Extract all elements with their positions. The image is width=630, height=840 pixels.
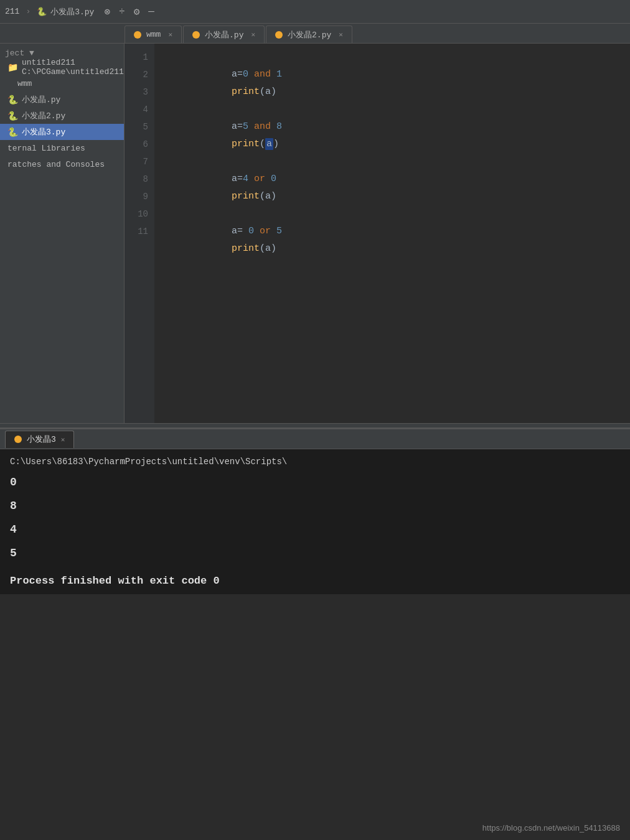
sidebar-item-xfj[interactable]: 🐍 小发晶.py [0, 91, 124, 108]
code-token: 0 [243, 69, 248, 80]
code-token: and [248, 121, 276, 132]
terminal-path: C:\Users\86183\PycharmProjects\untitled\… [10, 457, 620, 467]
terminal-tab-icon [14, 436, 22, 443]
line-num-8: 8 [125, 170, 154, 188]
settings-icon[interactable]: ⚙ [134, 6, 140, 18]
code-content: 1 2 3 4 5 6 7 8 9 10 11 a=0 and 1 [125, 44, 630, 423]
terminal-tab-bar: 小发晶3 ✕ [0, 429, 630, 449]
title-bar-controls: ⊗ ÷ ⚙ — [104, 6, 154, 18]
terminal-output-4: 4 [10, 518, 620, 541]
code-token: print [232, 86, 260, 97]
tab-close-xfj[interactable]: ✕ [251, 30, 255, 39]
python-icon-xfj3: 🐍 [7, 127, 18, 138]
code-token: a [265, 191, 271, 202]
sidebar-item-xfj2[interactable]: 🐍 小发晶2.py [0, 108, 124, 124]
close-icon[interactable]: ⊗ [104, 6, 110, 18]
sidebar-item-untitled211[interactable]: 📁 untitled211 C:\PCGame\untitled211 [0, 59, 124, 75]
code-line-1: a=0 and 1 [164, 49, 620, 66]
ide-section: 211 › 🐍 小发晶3.py ⊗ ÷ ⚙ — wmm ✕ 小发晶.py ✕ 小… [0, 0, 630, 423]
code-token: ) [271, 243, 276, 254]
code-line-4: a=5 and 8 [164, 101, 620, 118]
breadcrumb-number: 211 [5, 7, 19, 16]
terminal-tab-close[interactable]: ✕ [61, 436, 65, 444]
tab-wmm[interactable]: wmm ✕ [125, 26, 182, 43]
line-num-7: 7 [125, 153, 154, 170]
sidebar-item-xfj3[interactable]: 🐍 小发晶3.py [0, 124, 124, 140]
split-icon[interactable]: ÷ [119, 6, 125, 17]
line-num-6: 6 [125, 136, 154, 153]
code-token: ) [271, 86, 276, 97]
code-token [243, 226, 248, 236]
title-bar: 211 › 🐍 小发晶3.py ⊗ ÷ ⚙ — [0, 0, 630, 24]
terminal-tab-xfj3[interactable]: 小发晶3 ✕ [5, 431, 74, 448]
code-token: print [232, 191, 260, 202]
code-token: 0 [271, 174, 276, 184]
code-token: print [232, 139, 260, 149]
sidebar-item-wmm[interactable]: wmm [0, 75, 124, 91]
minimize-icon[interactable]: — [148, 6, 154, 17]
file-icon: 🐍 [37, 7, 47, 17]
line-num-5: 5 [125, 118, 154, 136]
python-icon-xfj2: 🐍 [7, 111, 18, 121]
code-token: = [237, 69, 243, 80]
tab-xfj2[interactable]: 小发晶2.py ✕ [266, 26, 352, 43]
tab-xfj[interactable]: 小发晶.py ✕ [183, 26, 265, 43]
code-token: print [232, 243, 260, 254]
code-token: ( [260, 191, 265, 202]
code-token: a [232, 121, 237, 132]
terminal-body[interactable]: C:\Users\86183\PycharmProjects\untitled\… [0, 449, 630, 594]
tab-label-xfj2: 小发晶2.py [288, 29, 331, 40]
breadcrumb-filename: 小发晶3.py [50, 6, 94, 17]
title-bar-left: 211 › 🐍 小发晶3.py [5, 6, 94, 17]
sidebar-label-xfj3: 小发晶3.py [22, 126, 65, 138]
tab-close-wmm[interactable]: ✕ [168, 30, 172, 39]
project-label[interactable]: ject ▼ [0, 46, 124, 59]
code-token: a [265, 138, 273, 150]
code-token: ( [260, 139, 265, 149]
code-token: ) [273, 139, 279, 149]
terminal-finish-message: Process finished with exit code 0 [10, 575, 620, 587]
code-token: = [237, 174, 243, 184]
code-line-10: a= 0 or 5 [164, 205, 620, 223]
sidebar-label-xfj2: 小发晶2.py [22, 110, 65, 121]
code-token: 8 [276, 121, 282, 132]
code-token: a [232, 226, 237, 236]
code-token: ( [260, 86, 265, 97]
code-token: 5 [276, 226, 282, 236]
sidebar-label-scratches: ratches and Consoles [7, 160, 105, 169]
line-num-10: 10 [125, 205, 154, 223]
terminal-section: 小发晶3 ✕ C:\Users\86183\PycharmProjects\un… [0, 428, 630, 594]
code-token: a [232, 174, 237, 184]
sidebar-item-scratches[interactable]: ratches and Consoles [0, 156, 124, 172]
line-num-9: 9 [125, 188, 154, 205]
folder-icon: 📁 [7, 62, 18, 73]
tab-icon-wmm [134, 31, 141, 39]
breadcrumb-separator: › [26, 7, 31, 16]
tab-icon-xfj [192, 31, 200, 39]
sidebar-label-wmm: wmm [17, 79, 32, 88]
code-token: ( [260, 243, 265, 254]
code-token: a [232, 69, 237, 80]
code-token: = [237, 121, 243, 132]
code-token: or [248, 174, 271, 184]
terminal-tab-label: 小发晶3 [27, 434, 56, 445]
sidebar: ject ▼ 📁 untitled211 C:\PCGame\untitled2… [0, 44, 125, 423]
tab-label-wmm: wmm [146, 30, 161, 39]
code-token: or [254, 226, 276, 236]
code-token: 4 [243, 174, 248, 184]
sidebar-label-xfj: 小发晶.py [22, 94, 60, 105]
code-editor[interactable]: 1 2 3 4 5 6 7 8 9 10 11 a=0 and 1 [125, 44, 630, 423]
line-numbers: 1 2 3 4 5 6 7 8 9 10 11 [125, 44, 154, 423]
terminal-output-8: 8 [10, 494, 620, 518]
terminal-output-5: 5 [10, 541, 620, 565]
code-line-7: a=4 or 0 [164, 153, 620, 170]
resize-divider[interactable] [0, 423, 630, 428]
code-lines[interactable]: a=0 and 1 print(a) a=5 and 8 print(a) [154, 44, 630, 423]
terminal-output-0: 0 [10, 470, 620, 494]
tab-close-xfj2[interactable]: ✕ [339, 30, 343, 39]
watermark: https://blog.csdn.net/weixin_54113688 [482, 823, 620, 833]
line-num-11: 11 [125, 223, 154, 240]
code-token: 0 [248, 226, 254, 236]
sidebar-item-extlibs[interactable]: ternal Libraries [0, 140, 124, 156]
line-num-3: 3 [125, 83, 154, 101]
